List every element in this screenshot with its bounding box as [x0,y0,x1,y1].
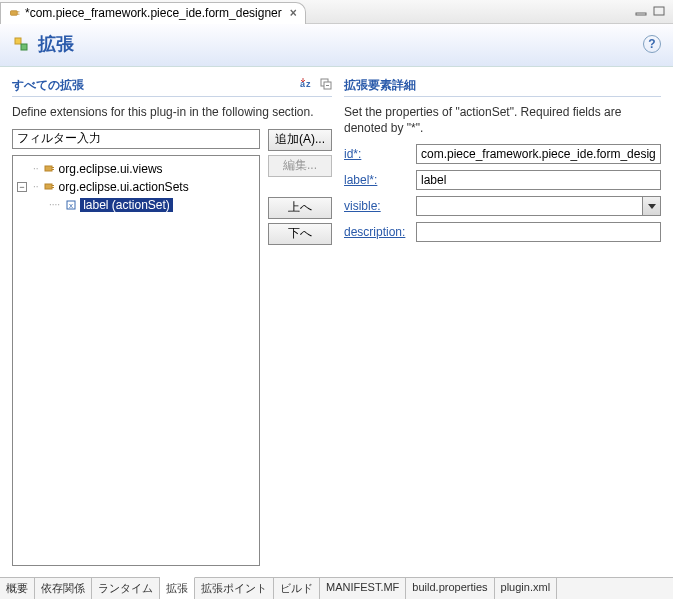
id-field[interactable] [416,144,661,164]
details-section: 拡張要素詳細 Set the properties of "actionSet"… [344,77,661,566]
move-up-button[interactable]: 上へ [268,197,332,219]
svg-rect-15 [45,184,52,189]
tab-dependencies[interactable]: 依存関係 [35,578,92,599]
svg-rect-12 [45,166,52,171]
tree-node[interactable]: − ·· org.eclipse.ui.actionSets [17,178,255,196]
tree-collapse-icon[interactable]: − [17,182,27,192]
sort-icon[interactable]: az [300,78,314,93]
tree-connector: ·· [33,163,39,174]
maximize-icon[interactable] [653,5,665,19]
tab-build-properties[interactable]: build.properties [406,578,494,599]
tab-build[interactable]: ビルド [274,578,320,599]
extensions-title-text: すべての拡張 [12,77,84,94]
property-label-description[interactable]: description: [344,225,416,239]
svg-rect-1 [17,12,19,13]
tree-buttons: 追加(A)... 編集... 上へ 下へ [268,129,332,566]
tab-runtime[interactable]: ランタイム [92,578,160,599]
collapse-all-icon[interactable] [320,78,332,93]
extensions-tree[interactable]: ·· org.eclipse.ui.views − ·· org.eclipse… [12,155,260,566]
help-button[interactable]: ? [643,35,661,53]
tree-connector: ···· [49,199,60,210]
details-title-text: 拡張要素詳細 [344,77,416,94]
editor-tab-title: *com.piece_framework.piece_ide.form_desi… [25,6,282,20]
add-button[interactable]: 追加(A)... [268,129,332,151]
editor-tab-bar: *com.piece_framework.piece_ide.form_desi… [0,0,673,24]
extensions-description: Define extensions for this plug-in in th… [12,105,332,121]
edit-button[interactable]: 編集... [268,155,332,177]
details-description: Set the properties of "actionSet". Requi… [344,105,661,136]
tree-node-label: org.eclipse.ui.views [59,162,163,176]
extensions-section: すべての拡張 az Define extensions for this plu… [12,77,332,566]
extension-icon [12,35,30,53]
tree-node[interactable]: ···· x label (actionSet) [17,196,255,214]
editor-tab[interactable]: *com.piece_framework.piece_ide.form_desi… [0,2,306,24]
svg-rect-3 [636,13,646,15]
property-row-description: description: [344,222,661,242]
tab-manifest[interactable]: MANIFEST.MF [320,578,406,599]
page-title: 拡張 [38,32,74,56]
svg-rect-13 [52,167,54,168]
tree-node-label: org.eclipse.ui.actionSets [59,180,189,194]
editor-bottom-tabs: 概要 依存関係 ランタイム 拡張 拡張ポイント ビルド MANIFEST.MF … [0,577,673,599]
property-label-id[interactable]: id*: [344,147,416,161]
editor-toolbar [635,5,673,19]
extension-node-icon [44,181,56,193]
dropdown-icon[interactable] [643,196,661,216]
svg-text:z: z [306,79,311,89]
svg-rect-6 [21,44,27,50]
tree-node-label-selected: label (actionSet) [80,198,173,212]
svg-rect-16 [52,185,54,186]
tab-extension-points[interactable]: 拡張ポイント [195,578,274,599]
form-body: すべての拡張 az Define extensions for this plu… [0,67,673,576]
label-field[interactable] [416,170,661,190]
property-row-id: id*: [344,144,661,164]
svg-rect-14 [52,169,54,170]
property-row-visible: visible: [344,196,661,216]
svg-rect-4 [654,7,664,15]
tree-twisty-empty [17,164,27,174]
close-icon[interactable]: × [290,6,297,20]
tab-extensions[interactable]: 拡張 [160,577,195,599]
svg-rect-17 [52,187,54,188]
svg-rect-0 [11,11,18,16]
element-node-icon: x [65,199,77,211]
filter-input[interactable] [12,129,260,149]
visible-select[interactable] [416,196,643,216]
details-section-title: 拡張要素詳細 [344,77,661,97]
property-label-visible[interactable]: visible: [344,199,416,213]
plugin-icon [9,7,21,19]
extension-node-icon [44,163,56,175]
tree-twisty-empty [33,200,43,210]
extensions-section-title: すべての拡張 az [12,77,332,97]
description-field[interactable] [416,222,661,242]
move-down-button[interactable]: 下へ [268,223,332,245]
minimize-icon[interactable] [635,5,647,19]
svg-rect-2 [17,14,19,15]
tree-connector: ·· [33,181,39,192]
tab-plugin-xml[interactable]: plugin.xml [495,578,558,599]
tab-overview[interactable]: 概要 [0,578,35,599]
svg-text:x: x [69,201,73,210]
tree-node[interactable]: ·· org.eclipse.ui.views [17,160,255,178]
svg-rect-5 [15,38,21,44]
property-label-label[interactable]: label*: [344,173,416,187]
form-header: 拡張 ? [0,24,673,67]
property-row-label: label*: [344,170,661,190]
